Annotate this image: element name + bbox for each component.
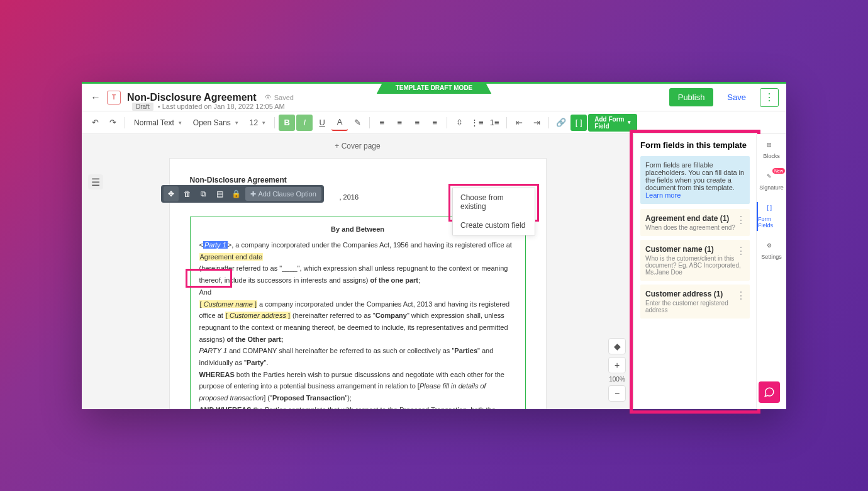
add-cover-button[interactable]: + Cover page (82, 134, 633, 158)
size-select[interactable]: 12 (245, 116, 270, 130)
document-title: Non-Disclosure Agreement (127, 92, 257, 103)
date-fragment: , 2016 (340, 191, 359, 203)
settings-tab[interactable]: ⚙ Settings (757, 240, 786, 262)
align-justify-button[interactable]: ≡ (426, 115, 443, 131)
customer-name-field[interactable]: Customer name (204, 300, 253, 308)
highlight-button[interactable]: ✎ (349, 115, 365, 131)
more-button[interactable]: ⋮ (760, 88, 779, 107)
add-form-field-button[interactable]: Add FormField ▾ (588, 114, 637, 132)
signature-tab[interactable]: New ✎ Signature (757, 171, 786, 193)
align-center-button[interactable]: ≡ (391, 115, 408, 131)
clause-block[interactable]: By and Between <Party 1>, a company inco… (190, 217, 526, 409)
delete-icon[interactable]: 🗑 (180, 186, 195, 201)
font-select[interactable]: Open Sans (188, 116, 243, 130)
canvas: ☰ + Cover page Non-Disclosure Agreement … (82, 134, 633, 409)
form-fields-panel: Form fields in this template Form fields… (633, 134, 756, 409)
blocks-icon: ⊞ (767, 142, 777, 152)
info-box: Form fields are fillable placeholders. Y… (640, 156, 750, 204)
underline-button[interactable]: U (314, 115, 330, 131)
save-button[interactable]: Save (718, 88, 755, 106)
chat-icon (764, 387, 775, 398)
move-handle-icon[interactable]: ✥ (164, 186, 179, 201)
agreement-end-date-field[interactable]: Agreement end date (199, 253, 264, 261)
saved-indicator: Saved (264, 94, 294, 101)
panel-title: Form fields in this template (640, 140, 750, 150)
field-menu-icon[interactable]: ⋮ (736, 290, 746, 302)
field-menu-icon[interactable]: ⋮ (736, 214, 746, 226)
copy-icon[interactable]: ⧉ (196, 186, 211, 201)
lock-icon[interactable]: 🔒 (229, 186, 244, 201)
text-color-button[interactable]: A (331, 115, 348, 131)
add-clause-option-button[interactable]: ✚ Add Clause Option (245, 187, 321, 201)
zoom-controls: ◆ + 100% − (608, 338, 626, 402)
new-badge: New (772, 168, 785, 174)
line-spacing-button[interactable]: ⇳ (451, 115, 467, 131)
template-icon[interactable]: ▤ (213, 186, 228, 201)
bulleted-list-button[interactable]: ⋮≡ (469, 115, 485, 131)
link-button[interactable]: 🔗 (553, 115, 569, 131)
bracket-button[interactable]: [ ] (570, 115, 587, 131)
form-field-item[interactable]: Agreement end date (1) When does the agr… (640, 209, 750, 236)
redo-button[interactable]: ↷ (104, 115, 121, 131)
chat-fab-button[interactable] (759, 381, 780, 403)
gear-icon: ⚙ (767, 242, 777, 252)
text-style-select[interactable]: Normal Text (129, 116, 187, 130)
undo-button[interactable]: ↶ (87, 115, 103, 131)
signature-icon: ✎ (767, 173, 777, 183)
bold-button[interactable]: B (279, 115, 295, 131)
back-button[interactable]: ← (89, 91, 102, 104)
learn-more-link[interactable]: Learn more (645, 191, 681, 199)
italic-button[interactable]: I (296, 115, 313, 131)
right-sidebar-tabs: ⊞ Blocks New ✎ Signature [ ] Form Fields… (756, 134, 786, 409)
toolbar: ↶ ↷ Normal Text Open Sans 12 B I U A ✎ ≡… (82, 111, 786, 134)
align-left-button[interactable]: ≡ (374, 115, 390, 131)
outline-toggle-button[interactable]: ☰ (88, 174, 103, 189)
doc-meta: Draft • Last updated on Jan 18, 2022 12:… (132, 103, 285, 110)
color-bucket-button[interactable]: ◆ (608, 338, 626, 354)
template-type-icon: T (107, 91, 121, 104)
clause-line: <Party 1>, a company incorporated under … (199, 239, 516, 262)
customer-address-field[interactable]: Customer address (230, 312, 286, 319)
form-fields-tab[interactable]: [ ] Form Fields (757, 202, 786, 231)
add-field-dropdown: Choose from existing Create custom field (452, 188, 535, 235)
align-right-button[interactable]: ≡ (409, 115, 425, 131)
publish-button[interactable]: Publish (669, 88, 714, 106)
choose-existing-option[interactable]: Choose from existing (453, 188, 535, 216)
party1-field[interactable]: Party 1 (203, 241, 228, 249)
form-field-item[interactable]: Customer name (1) Who is the cutomer/cli… (640, 240, 750, 281)
zoom-out-button[interactable]: − (608, 385, 626, 402)
numbered-list-button[interactable]: 1≡ (486, 115, 503, 131)
clause-floating-toolbar: ✥ 🗑 ⧉ ▤ 🔒 ✚ Add Clause Option (161, 185, 324, 203)
form-field-item[interactable]: Customer address (1) Enter the customer … (640, 285, 750, 319)
blocks-tab[interactable]: ⊞ Blocks (757, 139, 786, 162)
indent-button[interactable]: ⇥ (528, 115, 545, 131)
field-menu-icon[interactable]: ⋮ (736, 245, 746, 257)
zoom-level: 100% (608, 376, 626, 383)
template-mode-banner: TEMPLATE DRAFT MODE (377, 82, 492, 94)
create-custom-option[interactable]: Create custom field (453, 216, 535, 235)
outdent-button[interactable]: ⇤ (511, 115, 527, 131)
form-fields-icon: [ ] (767, 205, 777, 215)
zoom-in-button[interactable]: + (608, 357, 626, 373)
